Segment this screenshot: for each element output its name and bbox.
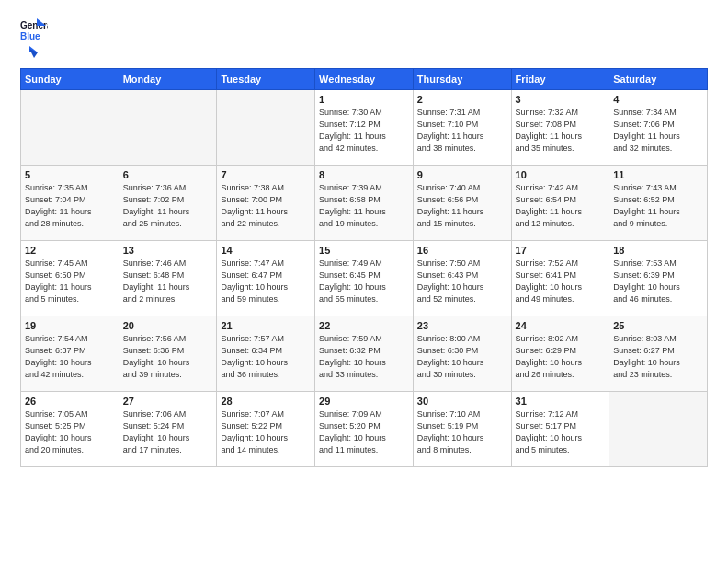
day-number: 30 <box>417 396 507 407</box>
day-number: 2 <box>417 94 507 105</box>
calendar-cell: 20Sunrise: 7:56 AM Sunset: 6:36 PM Dayli… <box>119 316 217 392</box>
day-info: Sunrise: 7:35 AM Sunset: 7:04 PM Dayligh… <box>25 182 115 230</box>
calendar-cell: 14Sunrise: 7:47 AM Sunset: 6:47 PM Dayli… <box>217 241 315 316</box>
page: General Blue <box>0 0 728 563</box>
calendar-cell: 6Sunrise: 7:36 AM Sunset: 7:02 PM Daylig… <box>119 166 217 241</box>
day-number: 7 <box>221 169 311 180</box>
day-number: 15 <box>319 245 409 256</box>
day-info: Sunrise: 7:36 AM Sunset: 7:02 PM Dayligh… <box>123 182 213 230</box>
calendar-cell: 17Sunrise: 7:52 AM Sunset: 6:41 PM Dayli… <box>511 241 609 316</box>
day-info: Sunrise: 8:03 AM Sunset: 6:27 PM Dayligh… <box>613 333 703 381</box>
day-number: 5 <box>25 169 115 180</box>
calendar-cell: 7Sunrise: 7:38 AM Sunset: 7:00 PM Daylig… <box>217 166 315 241</box>
svg-text:Blue: Blue <box>20 31 40 41</box>
calendar-cell: 21Sunrise: 7:57 AM Sunset: 6:34 PM Dayli… <box>217 316 315 392</box>
calendar-week-4: 19Sunrise: 7:54 AM Sunset: 6:37 PM Dayli… <box>21 316 708 392</box>
day-number: 29 <box>319 396 409 407</box>
day-info: Sunrise: 7:46 AM Sunset: 6:48 PM Dayligh… <box>123 258 213 305</box>
day-number: 8 <box>319 169 409 180</box>
calendar-cell: 22Sunrise: 7:59 AM Sunset: 6:32 PM Dayli… <box>315 316 414 392</box>
day-info: Sunrise: 7:31 AM Sunset: 7:10 PM Dayligh… <box>417 107 507 155</box>
calendar-week-5: 26Sunrise: 7:05 AM Sunset: 5:25 PM Dayli… <box>21 392 708 467</box>
day-number: 18 <box>613 245 703 256</box>
day-number: 11 <box>613 169 703 180</box>
day-number: 31 <box>516 396 606 407</box>
logo: General Blue <box>20 17 48 61</box>
calendar-header-tuesday: Tuesday <box>217 69 315 90</box>
day-number: 22 <box>319 320 409 331</box>
day-number: 21 <box>221 320 311 331</box>
calendar-week-1: 1Sunrise: 7:30 AM Sunset: 7:12 PM Daylig… <box>21 90 708 166</box>
day-info: Sunrise: 7:07 AM Sunset: 5:22 PM Dayligh… <box>221 408 311 456</box>
calendar-cell: 19Sunrise: 7:54 AM Sunset: 6:37 PM Dayli… <box>21 316 119 392</box>
day-number: 23 <box>417 320 507 331</box>
calendar-cell: 15Sunrise: 7:49 AM Sunset: 6:45 PM Dayli… <box>315 241 414 316</box>
calendar-header-friday: Friday <box>511 69 609 90</box>
day-info: Sunrise: 7:12 AM Sunset: 5:17 PM Dayligh… <box>516 408 606 456</box>
calendar-cell: 30Sunrise: 7:10 AM Sunset: 5:19 PM Dayli… <box>413 392 511 467</box>
calendar-cell <box>609 392 708 467</box>
day-info: Sunrise: 7:57 AM Sunset: 6:34 PM Dayligh… <box>221 333 311 381</box>
calendar-cell: 3Sunrise: 7:32 AM Sunset: 7:08 PM Daylig… <box>511 90 609 166</box>
calendar-cell: 11Sunrise: 7:43 AM Sunset: 6:52 PM Dayli… <box>609 166 708 241</box>
calendar-cell: 23Sunrise: 8:00 AM Sunset: 6:30 PM Dayli… <box>413 316 511 392</box>
calendar-cell: 5Sunrise: 7:35 AM Sunset: 7:04 PM Daylig… <box>21 166 119 241</box>
day-number: 20 <box>123 320 213 331</box>
day-number: 4 <box>613 94 703 105</box>
day-info: Sunrise: 8:00 AM Sunset: 6:30 PM Dayligh… <box>417 333 507 381</box>
logo-bird-icon <box>21 44 38 61</box>
logo-text: General Blue <box>20 17 48 61</box>
day-number: 1 <box>319 94 409 105</box>
day-info: Sunrise: 7:30 AM Sunset: 7:12 PM Dayligh… <box>319 107 409 155</box>
calendar-cell: 10Sunrise: 7:42 AM Sunset: 6:54 PM Dayli… <box>511 166 609 241</box>
day-info: Sunrise: 7:52 AM Sunset: 6:41 PM Dayligh… <box>516 258 606 305</box>
calendar-cell: 13Sunrise: 7:46 AM Sunset: 6:48 PM Dayli… <box>119 241 217 316</box>
calendar-header-wednesday: Wednesday <box>315 69 414 90</box>
calendar-table: SundayMondayTuesdayWednesdayThursdayFrid… <box>20 68 708 467</box>
day-info: Sunrise: 7:56 AM Sunset: 6:36 PM Dayligh… <box>123 333 213 381</box>
day-info: Sunrise: 7:53 AM Sunset: 6:39 PM Dayligh… <box>613 258 703 305</box>
header: General Blue <box>20 17 708 61</box>
calendar-cell: 4Sunrise: 7:34 AM Sunset: 7:06 PM Daylig… <box>609 90 708 166</box>
day-number: 25 <box>613 320 703 331</box>
day-info: Sunrise: 7:34 AM Sunset: 7:06 PM Dayligh… <box>613 107 703 155</box>
calendar-cell <box>21 90 119 166</box>
day-info: Sunrise: 7:43 AM Sunset: 6:52 PM Dayligh… <box>613 182 703 230</box>
day-info: Sunrise: 7:45 AM Sunset: 6:50 PM Dayligh… <box>25 258 115 305</box>
calendar-cell: 31Sunrise: 7:12 AM Sunset: 5:17 PM Dayli… <box>511 392 609 467</box>
day-info: Sunrise: 7:40 AM Sunset: 6:56 PM Dayligh… <box>417 182 507 230</box>
day-info: Sunrise: 7:32 AM Sunset: 7:08 PM Dayligh… <box>516 107 606 155</box>
calendar-header-row: SundayMondayTuesdayWednesdayThursdayFrid… <box>21 69 708 90</box>
calendar-cell: 24Sunrise: 8:02 AM Sunset: 6:29 PM Dayli… <box>511 316 609 392</box>
day-number: 6 <box>123 169 213 180</box>
calendar-week-2: 5Sunrise: 7:35 AM Sunset: 7:04 PM Daylig… <box>21 166 708 241</box>
calendar-cell: 9Sunrise: 7:40 AM Sunset: 6:56 PM Daylig… <box>413 166 511 241</box>
calendar-cell: 8Sunrise: 7:39 AM Sunset: 6:58 PM Daylig… <box>315 166 414 241</box>
day-info: Sunrise: 7:10 AM Sunset: 5:19 PM Dayligh… <box>417 408 507 456</box>
day-number: 24 <box>516 320 606 331</box>
day-number: 28 <box>221 396 311 407</box>
calendar-cell <box>217 90 315 166</box>
day-info: Sunrise: 7:06 AM Sunset: 5:24 PM Dayligh… <box>123 408 213 456</box>
day-info: Sunrise: 7:54 AM Sunset: 6:37 PM Dayligh… <box>25 333 115 381</box>
day-info: Sunrise: 7:09 AM Sunset: 5:20 PM Dayligh… <box>319 408 409 456</box>
day-number: 12 <box>25 245 115 256</box>
calendar-header-monday: Monday <box>119 69 217 90</box>
day-info: Sunrise: 7:42 AM Sunset: 6:54 PM Dayligh… <box>516 182 606 230</box>
day-info: Sunrise: 7:50 AM Sunset: 6:43 PM Dayligh… <box>417 258 507 305</box>
logo-icon: General Blue <box>20 17 48 44</box>
day-info: Sunrise: 8:02 AM Sunset: 6:29 PM Dayligh… <box>516 333 606 381</box>
day-info: Sunrise: 7:05 AM Sunset: 5:25 PM Dayligh… <box>25 408 115 456</box>
day-number: 3 <box>516 94 606 105</box>
calendar-cell: 29Sunrise: 7:09 AM Sunset: 5:20 PM Dayli… <box>315 392 414 467</box>
day-number: 13 <box>123 245 213 256</box>
day-info: Sunrise: 7:49 AM Sunset: 6:45 PM Dayligh… <box>319 258 409 305</box>
day-number: 16 <box>417 245 507 256</box>
day-info: Sunrise: 7:38 AM Sunset: 7:00 PM Dayligh… <box>221 182 311 230</box>
calendar-cell: 28Sunrise: 7:07 AM Sunset: 5:22 PM Dayli… <box>217 392 315 467</box>
day-info: Sunrise: 7:39 AM Sunset: 6:58 PM Dayligh… <box>319 182 409 230</box>
calendar-cell: 2Sunrise: 7:31 AM Sunset: 7:10 PM Daylig… <box>413 90 511 166</box>
calendar-header-sunday: Sunday <box>21 69 119 90</box>
calendar-week-3: 12Sunrise: 7:45 AM Sunset: 6:50 PM Dayli… <box>21 241 708 316</box>
calendar-cell <box>119 90 217 166</box>
